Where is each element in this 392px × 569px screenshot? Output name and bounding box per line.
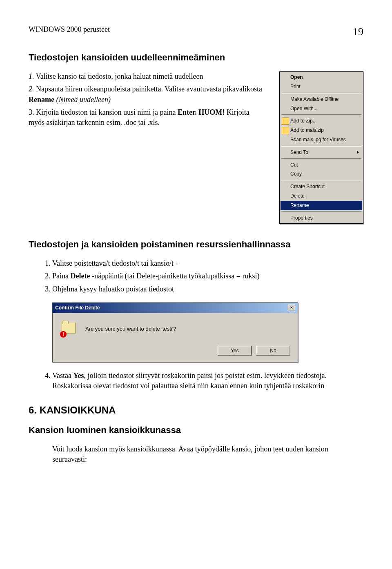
menu-item-add-to-zip[interactable]: Add to Zip... xyxy=(281,116,362,126)
context-menu: Open Print Make Available Offline Open W… xyxy=(279,71,363,224)
step-3: 3. Kirjoita tiedoston tai kansion uusi n… xyxy=(29,107,267,128)
menu-item-rename[interactable]: Rename xyxy=(281,201,362,210)
confirm-file-delete-dialog: Confirm File Delete × ! Are you sure you… xyxy=(52,302,298,362)
step-number: 1. xyxy=(29,72,34,80)
menu-separator xyxy=(281,93,361,93)
delete-step-1: Valitse poistettava/t tiedosto/t tai kan… xyxy=(52,258,363,269)
page-header: WINDOWS 2000 perusteet 19 xyxy=(29,24,363,39)
menu-item-delete[interactable]: Delete xyxy=(281,191,362,201)
winzip-icon xyxy=(282,127,289,134)
section-subtitle-create-folder: Kansion luominen kansioikkunassa xyxy=(29,424,363,437)
no-button[interactable]: No xyxy=(256,346,290,356)
submenu-arrow-icon xyxy=(357,151,359,154)
menu-separator xyxy=(281,146,361,147)
step-2: 2. Napsauta hiiren oikeanpuoleista paini… xyxy=(29,84,267,104)
menu-item-add-to-mais-zip[interactable]: Add to mais.zip xyxy=(281,126,362,135)
delete-steps-cont: Vastaa Yes, jolloin tiedostot siirtyvät … xyxy=(52,371,363,391)
close-icon: × xyxy=(290,305,293,310)
header-title: WINDOWS 2000 perusteet xyxy=(29,24,110,39)
menu-item-scan-viruses[interactable]: Scan mais.jpg for Viruses xyxy=(281,135,362,144)
menu-item-open[interactable]: Open xyxy=(281,73,362,82)
step-1: 1. Valitse kansio tai tiedosto, jonka ha… xyxy=(29,71,267,82)
yes-button[interactable]: Yes xyxy=(218,346,252,356)
section-title-rename: Tiedostojen kansioiden uudelleennimeämin… xyxy=(29,51,363,64)
winzip-icon xyxy=(282,118,289,125)
dialog-buttons: Yes No xyxy=(53,342,298,362)
step-number: 2. xyxy=(29,85,34,93)
dialog-body: ! Are you sure you want to delete 'testi… xyxy=(53,313,298,342)
menu-separator xyxy=(281,180,361,181)
dialog-title: Confirm File Delete xyxy=(55,305,100,311)
delete-steps: Valitse poistettava/t tiedosto/t tai kan… xyxy=(52,258,363,294)
menu-item-cut[interactable]: Cut xyxy=(281,160,362,170)
menu-item-print[interactable]: Print xyxy=(281,82,362,91)
section-title-kansioikkuna: 6. KANSIOIKKUNA xyxy=(29,403,363,417)
menu-item-send-to[interactable]: Send To xyxy=(281,148,362,157)
page-number: 19 xyxy=(353,24,363,39)
delete-step-2: Paina Delete -näppäintä (tai Delete-pain… xyxy=(52,271,363,281)
menu-item-properties[interactable]: Properties xyxy=(281,213,362,223)
menu-separator xyxy=(281,114,361,115)
delete-step-4: Vastaa Yes, jolloin tiedostot siirtyvät … xyxy=(52,371,363,391)
menu-item-copy[interactable]: Copy xyxy=(281,169,362,179)
dialog-message: Are you sure you want to delete 'testi'? xyxy=(85,325,176,333)
warning-folder-icon: ! xyxy=(60,320,78,338)
section-title-delete: Tiedostojen ja kansioiden poistaminen re… xyxy=(29,238,363,251)
create-folder-body: Voit luoda kansion myös kansioikkunassa.… xyxy=(52,444,363,465)
menu-separator xyxy=(281,158,361,159)
step-number: 3. xyxy=(29,108,34,116)
menu-item-open-with[interactable]: Open With... xyxy=(281,104,362,113)
close-button[interactable]: × xyxy=(288,305,295,311)
menu-item-create-shortcut[interactable]: Create Shortcut xyxy=(281,182,362,191)
menu-item-make-offline[interactable]: Make Available Offline xyxy=(281,95,362,104)
rename-steps: 1. Valitse kansio tai tiedosto, jonka ha… xyxy=(29,71,267,130)
menu-separator xyxy=(281,211,361,212)
delete-step-3: Ohjelma kysyy haluatko poistaa tiedostot xyxy=(52,284,363,294)
dialog-titlebar: Confirm File Delete × xyxy=(53,303,298,313)
